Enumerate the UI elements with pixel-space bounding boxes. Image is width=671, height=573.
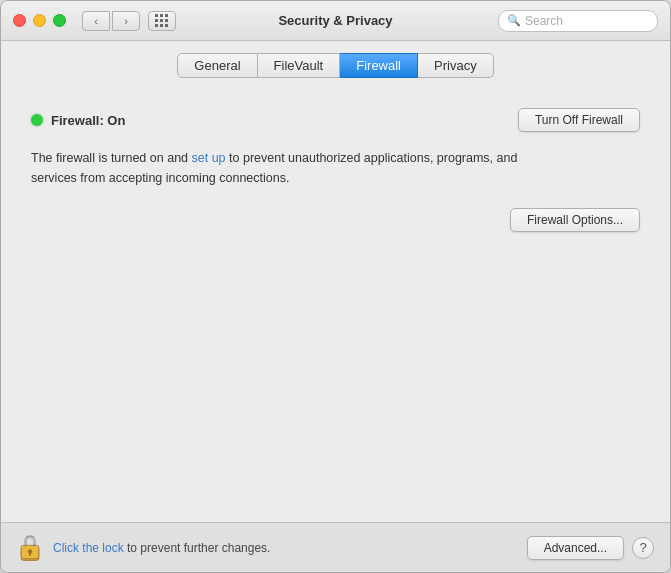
help-button[interactable]: ? xyxy=(632,537,654,559)
nav-buttons: ‹ › xyxy=(82,11,140,31)
tab-privacy[interactable]: Privacy xyxy=(418,53,494,78)
back-button[interactable]: ‹ xyxy=(82,11,110,31)
forward-button[interactable]: › xyxy=(112,11,140,31)
back-arrow-icon: ‹ xyxy=(94,15,98,27)
setup-link[interactable]: set up xyxy=(192,151,226,165)
firewall-status-label: Firewall: On xyxy=(51,113,125,128)
main-window: ‹ › Security & Privacy 🔍 Search General … xyxy=(0,0,671,573)
tabs-bar: General FileVault Firewall Privacy xyxy=(1,41,670,88)
maximize-button[interactable] xyxy=(53,14,66,27)
firewall-options-button[interactable]: Firewall Options... xyxy=(510,208,640,232)
advanced-button[interactable]: Advanced... xyxy=(527,536,624,560)
tab-filevault[interactable]: FileVault xyxy=(258,53,341,78)
tab-general[interactable]: General xyxy=(177,53,257,78)
lock-text-rest: to prevent further changes. xyxy=(127,541,270,555)
main-content: Firewall: On Turn Off Firewall The firew… xyxy=(1,88,670,522)
lock-status-text: Click the lock to prevent further change… xyxy=(53,541,527,555)
turn-off-firewall-button[interactable]: Turn Off Firewall xyxy=(518,108,640,132)
tab-firewall[interactable]: Firewall xyxy=(340,53,418,78)
window-title: Security & Privacy xyxy=(278,13,392,28)
options-row: Firewall Options... xyxy=(31,208,640,232)
lock-icon[interactable] xyxy=(17,533,43,563)
bottom-buttons: Advanced... ? xyxy=(527,536,654,560)
search-icon: 🔍 xyxy=(507,14,521,27)
titlebar: ‹ › Security & Privacy 🔍 Search xyxy=(1,1,670,41)
firewall-description: The firewall is turned on and set up to … xyxy=(31,148,531,188)
firewall-status: Firewall: On xyxy=(31,113,125,128)
grid-icon xyxy=(155,14,169,28)
svg-rect-3 xyxy=(29,552,31,556)
grid-menu-button[interactable] xyxy=(148,11,176,31)
search-box[interactable]: 🔍 Search xyxy=(498,10,658,32)
forward-arrow-icon: › xyxy=(124,15,128,27)
lock-link[interactable]: Click the lock xyxy=(53,541,124,555)
search-placeholder: Search xyxy=(525,14,563,28)
minimize-button[interactable] xyxy=(33,14,46,27)
status-indicator xyxy=(31,114,43,126)
traffic-lights xyxy=(13,14,66,27)
close-button[interactable] xyxy=(13,14,26,27)
firewall-header: Firewall: On Turn Off Firewall xyxy=(31,108,640,132)
bottom-bar: Click the lock to prevent further change… xyxy=(1,522,670,572)
